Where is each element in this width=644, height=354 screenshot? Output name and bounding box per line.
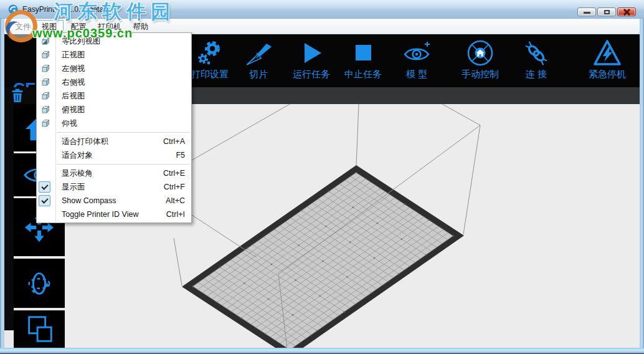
toolbar-button-label: 切片: [249, 69, 268, 80]
trash-icon: [11, 88, 24, 103]
menu-item-left-view[interactable]: 左侧视: [37, 62, 191, 75]
menu-item-label: 显示棱角: [62, 168, 93, 179]
manual-control-button[interactable]: 手动控制: [452, 37, 509, 87]
menu-separator: [37, 162, 191, 166]
sidebar-strip: [4, 104, 14, 330]
menu-item-isometric-view[interactable]: 等比列视图: [37, 34, 191, 48]
menu-item-front-view[interactable]: 正视图: [37, 48, 191, 62]
menu-item-right-view[interactable]: 右侧视: [37, 75, 191, 89]
cube-icon: [40, 118, 50, 128]
menu-item-top-view[interactable]: 俯视图: [37, 103, 191, 117]
menu-item-label: 适合打印体积: [62, 136, 108, 147]
manual-control-icon: [466, 39, 495, 67]
slice-icon: [244, 39, 273, 67]
toolbar-button-label: 打印设置: [191, 69, 229, 80]
link-icon: [522, 39, 551, 67]
eye-plus-icon: [402, 39, 431, 67]
menu-item-label: Toggle Printer ID View: [62, 210, 138, 219]
view-menu-dropdown: 等比列视图 正视图 左侧视 右侧视 后视图: [36, 32, 192, 223]
scale-icon: [22, 312, 56, 346]
window-border-left: [0, 19, 4, 354]
app-window: EasyPrintV1.0.17beta1 文件 视图 配置 打印机 帮助 GE…: [0, 0, 644, 354]
abort-task-button[interactable]: 中止任务: [334, 37, 392, 87]
toolbar-button-label: 手动控制: [462, 69, 499, 80]
app-icon: [8, 4, 18, 14]
menu-item-label: 左侧视: [62, 64, 85, 74]
menubar-item-file[interactable]: 文件: [12, 21, 34, 34]
menu-item-show-compass[interactable]: Show Compass Alt+C: [37, 194, 191, 208]
menu-item-label: 正视图: [62, 50, 85, 60]
menu-item-shortcut: Ctrl+F: [164, 183, 185, 191]
menu-item-shortcut: Ctrl+A: [163, 137, 185, 146]
stop-icon: [349, 39, 377, 67]
menu-item-show-edges[interactable]: 显示棱角 Ctrl+E: [37, 166, 191, 180]
menu-item-label: 显示面: [62, 182, 85, 193]
scale-tool-button[interactable]: [14, 310, 65, 348]
menu-item-shortcut: Ctrl+I: [166, 210, 185, 219]
rotate-icon: [22, 267, 56, 300]
play-icon: [297, 39, 326, 67]
minimize-button[interactable]: [577, 7, 596, 16]
connect-button[interactable]: 连 接: [508, 37, 565, 87]
model-button[interactable]: 模 型: [388, 37, 445, 87]
cube-iso-icon: [40, 36, 50, 46]
delete-model-button[interactable]: [4, 87, 36, 104]
menu-item-label: 俯视图: [62, 105, 85, 115]
menu-item-fit-object[interactable]: 适合对象 F5: [37, 148, 191, 162]
rotate-tool-button[interactable]: [14, 259, 65, 308]
maximize-button[interactable]: [597, 7, 616, 16]
cube-icon: [40, 50, 50, 60]
menu-item-back-view[interactable]: 后视图: [37, 89, 191, 103]
menu-item-label: 适合对象: [62, 150, 93, 161]
window-border-bottom: [0, 348, 644, 354]
menu-item-label: 等比列视图: [62, 36, 101, 47]
menu-item-shortcut: Ctrl+E: [163, 169, 185, 178]
menu-item-label: Show Compass: [62, 196, 116, 205]
menu-item-toggle-printer-id-view[interactable]: Toggle Printer ID View Ctrl+I: [37, 208, 191, 221]
menu-item-shortcut: F5: [176, 151, 185, 160]
checkmark-icon: [39, 181, 50, 193]
titlebar: EasyPrintV1.0.17beta1: [0, 0, 644, 19]
cube-icon: [40, 77, 50, 87]
toolbar-button-label: 中止任务: [344, 69, 382, 80]
checkmark-icon: [39, 195, 50, 206]
window-title: EasyPrintV1.0.17beta1: [22, 0, 108, 19]
menu-item-bottom-view[interactable]: 仰视: [37, 117, 191, 130]
menu-separator: [37, 130, 191, 135]
toolbar-button-label: 模 型: [406, 69, 427, 80]
cube-icon: [40, 105, 50, 115]
menu-item-label: 右侧视: [62, 77, 85, 88]
run-task-button[interactable]: 运行任务: [283, 37, 340, 87]
toolbar-button-label: 连 接: [526, 69, 547, 80]
toolbar-button-label: 紧急停机: [589, 69, 626, 80]
menu-item-label: 仰视: [62, 118, 77, 129]
window-border-right: [640, 19, 644, 354]
close-button[interactable]: [617, 7, 636, 16]
gears-icon: [196, 39, 224, 67]
toolbar-button-label: 运行任务: [293, 69, 330, 80]
emergency-stop-icon: [593, 39, 622, 67]
emergency-stop-button[interactable]: 紧急停机: [579, 37, 636, 87]
menu-item-fit-print-volume[interactable]: 适合打印体积 Ctrl+A: [37, 135, 191, 148]
cube-icon: [40, 91, 50, 101]
cube-icon: [40, 64, 50, 74]
slice-button[interactable]: 切片: [230, 37, 287, 87]
menu-item-show-faces[interactable]: 显示面 Ctrl+F: [37, 180, 191, 194]
menu-item-label: 后视图: [62, 91, 85, 102]
menu-item-shortcut: Alt+C: [166, 196, 185, 205]
